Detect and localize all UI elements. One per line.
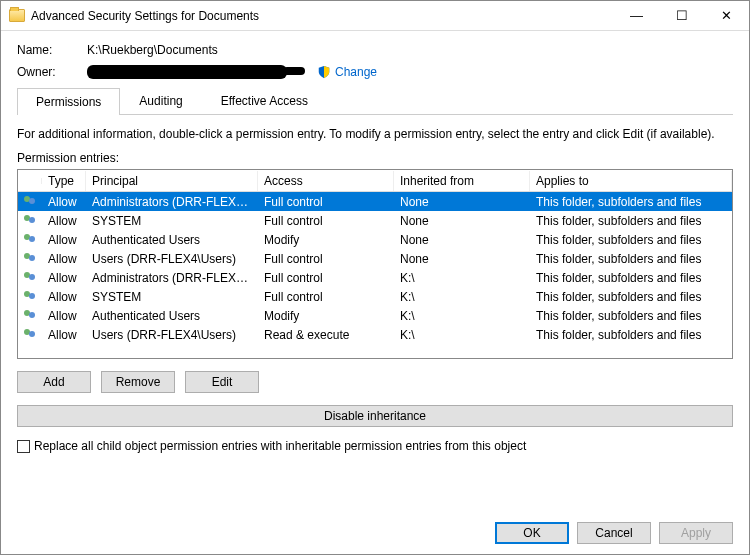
cell-type: Allow	[42, 194, 86, 210]
shield-icon	[317, 65, 331, 79]
minimize-button[interactable]: —	[614, 1, 659, 30]
content-area: Name: K:\Ruekberg\Documents Owner: Chang…	[1, 31, 749, 461]
cell-type: Allow	[42, 213, 86, 229]
replace-checkbox[interactable]	[17, 440, 30, 453]
replace-row: Replace all child object permission entr…	[17, 439, 733, 453]
cell-access: Full control	[258, 270, 394, 286]
cell-inherited: None	[394, 213, 530, 229]
cell-access: Modify	[258, 308, 394, 324]
cell-type: Allow	[42, 251, 86, 267]
entries-label: Permission entries:	[17, 151, 733, 165]
name-row: Name: K:\Ruekberg\Documents	[17, 43, 733, 57]
cell-inherited: None	[394, 194, 530, 210]
name-value: K:\Ruekberg\Documents	[87, 43, 218, 57]
cell-inherited: K:\	[394, 289, 530, 305]
cell-access: Full control	[258, 251, 394, 267]
table-row[interactable]: AllowSYSTEMFull controlNoneThis folder, …	[18, 211, 732, 230]
entry-buttons: Add Remove Edit	[17, 371, 733, 393]
maximize-button[interactable]: ☐	[659, 1, 704, 30]
permission-grid[interactable]: Type Principal Access Inherited from App…	[17, 169, 733, 359]
col-access[interactable]: Access	[258, 171, 394, 191]
ok-button[interactable]: OK	[495, 522, 569, 544]
cell-inherited: None	[394, 232, 530, 248]
cell-inherited: K:\	[394, 270, 530, 286]
cell-type: Allow	[42, 232, 86, 248]
cell-principal: SYSTEM	[86, 289, 258, 305]
cell-applies: This folder, subfolders and files	[530, 194, 732, 210]
cell-principal: Administrators (DRR-FLEX4\A...	[86, 194, 258, 210]
principal-icon	[24, 329, 36, 341]
cell-applies: This folder, subfolders and files	[530, 251, 732, 267]
col-applies[interactable]: Applies to	[530, 171, 732, 191]
security-settings-window: Advanced Security Settings for Documents…	[0, 0, 750, 555]
edit-button[interactable]: Edit	[185, 371, 259, 393]
tab-auditing[interactable]: Auditing	[120, 87, 201, 114]
tab-effective-access[interactable]: Effective Access	[202, 87, 327, 114]
remove-button[interactable]: Remove	[101, 371, 175, 393]
cell-inherited: K:\	[394, 327, 530, 343]
principal-icon	[24, 272, 36, 284]
cell-type: Allow	[42, 289, 86, 305]
owner-label: Owner:	[17, 65, 87, 79]
table-row[interactable]: AllowAdministrators (DRR-FLEX4\A...Full …	[18, 192, 732, 211]
cell-type: Allow	[42, 327, 86, 343]
disable-inheritance-button[interactable]: Disable inheritance	[17, 405, 733, 427]
cell-inherited: None	[394, 251, 530, 267]
cell-type: Allow	[42, 270, 86, 286]
cell-applies: This folder, subfolders and files	[530, 270, 732, 286]
cell-principal: SYSTEM	[86, 213, 258, 229]
principal-icon	[24, 196, 36, 208]
principal-icon	[24, 215, 36, 227]
cell-principal: Authenticated Users	[86, 232, 258, 248]
table-row[interactable]: AllowAuthenticated UsersModifyNoneThis f…	[18, 230, 732, 249]
cell-applies: This folder, subfolders and files	[530, 213, 732, 229]
change-owner-link[interactable]: Change	[335, 65, 377, 79]
folder-icon	[9, 9, 25, 22]
table-row[interactable]: AllowUsers (DRR-FLEX4\Users)Full control…	[18, 249, 732, 268]
name-label: Name:	[17, 43, 87, 57]
principal-icon	[24, 310, 36, 322]
info-text: For additional information, double-click…	[17, 127, 733, 141]
table-row[interactable]: AllowAuthenticated UsersModifyK:\This fo…	[18, 306, 732, 325]
replace-label: Replace all child object permission entr…	[34, 439, 526, 453]
cell-access: Full control	[258, 289, 394, 305]
apply-button: Apply	[659, 522, 733, 544]
cell-applies: This folder, subfolders and files	[530, 327, 732, 343]
cancel-button[interactable]: Cancel	[577, 522, 651, 544]
col-principal[interactable]: Principal	[86, 171, 258, 191]
dialog-footer: OK Cancel Apply	[495, 522, 733, 544]
disable-inheritance-row: Disable inheritance	[17, 405, 733, 427]
principal-icon	[24, 253, 36, 265]
cell-type: Allow	[42, 308, 86, 324]
cell-access: Full control	[258, 213, 394, 229]
table-row[interactable]: AllowAdministrators (DRR-FLEX4\A...Full …	[18, 268, 732, 287]
cell-access: Full control	[258, 194, 394, 210]
principal-icon	[24, 234, 36, 246]
tabs: Permissions Auditing Effective Access	[17, 87, 733, 115]
cell-principal: Users (DRR-FLEX4\Users)	[86, 327, 258, 343]
cell-principal: Authenticated Users	[86, 308, 258, 324]
close-button[interactable]: ✕	[704, 1, 749, 30]
window-title: Advanced Security Settings for Documents	[31, 9, 259, 23]
cell-applies: This folder, subfolders and files	[530, 308, 732, 324]
table-row[interactable]: AllowSYSTEMFull controlK:\This folder, s…	[18, 287, 732, 306]
window-controls: — ☐ ✕	[614, 1, 749, 30]
col-inherited[interactable]: Inherited from	[394, 171, 530, 191]
cell-inherited: K:\	[394, 308, 530, 324]
cell-principal: Users (DRR-FLEX4\Users)	[86, 251, 258, 267]
col-type[interactable]: Type	[42, 171, 86, 191]
tab-permissions[interactable]: Permissions	[17, 88, 120, 115]
principal-icon	[24, 291, 36, 303]
owner-row: Owner: Change	[17, 65, 733, 79]
titlebar: Advanced Security Settings for Documents…	[1, 1, 749, 31]
cell-access: Read & execute	[258, 327, 394, 343]
cell-principal: Administrators (DRR-FLEX4\A...	[86, 270, 258, 286]
cell-applies: This folder, subfolders and files	[530, 289, 732, 305]
owner-redacted	[87, 65, 287, 79]
add-button[interactable]: Add	[17, 371, 91, 393]
grid-header: Type Principal Access Inherited from App…	[18, 170, 732, 192]
grid-body: AllowAdministrators (DRR-FLEX4\A...Full …	[18, 192, 732, 344]
cell-access: Modify	[258, 232, 394, 248]
cell-applies: This folder, subfolders and files	[530, 232, 732, 248]
table-row[interactable]: AllowUsers (DRR-FLEX4\Users)Read & execu…	[18, 325, 732, 344]
